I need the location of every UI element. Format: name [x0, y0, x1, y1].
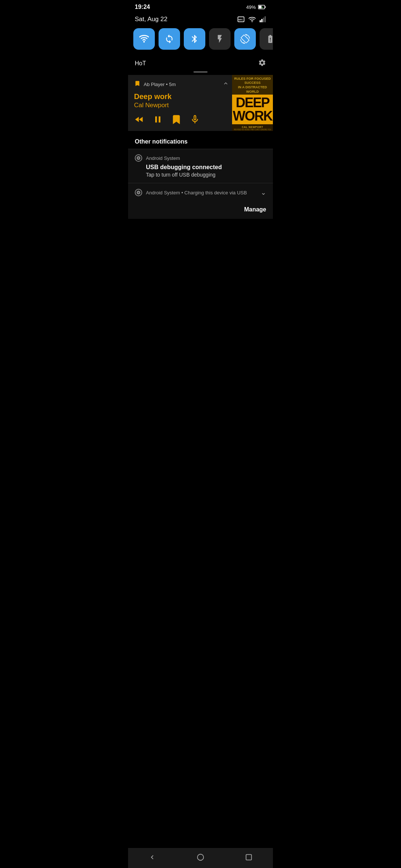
media-author: Cal Newport [134, 102, 230, 109]
svg-rect-1 [259, 6, 262, 9]
notif-usb-debugging[interactable]: Android System USB debugging connected T… [128, 149, 273, 183]
manage-button[interactable]: Manage [244, 206, 266, 213]
drag-handle [128, 71, 273, 73]
svg-rect-2 [265, 6, 266, 8]
status-icons: 49% [246, 4, 266, 10]
notif-source-label-1: Android System [146, 155, 180, 161]
other-notifications-header: Other notifications [128, 132, 273, 149]
notif-collapsed-left: Android System • Charging this device vi… [135, 189, 247, 196]
nfc-icon: NFC [237, 16, 245, 23]
battery-icon [258, 5, 266, 9]
qs-rotate[interactable] [234, 28, 256, 50]
qs-bluetooth[interactable] [184, 28, 205, 50]
notif-collapsed-source: Android System • Charging this device vi… [146, 190, 247, 195]
rewind-button[interactable] [134, 114, 144, 126]
svg-text:NFC: NFC [238, 19, 243, 21]
signal-icon [260, 16, 266, 22]
date-bar: Sat, Aug 22 NFC [128, 13, 273, 28]
qs-flashlight[interactable] [209, 28, 231, 50]
qs-wifi[interactable] [133, 28, 155, 50]
battery-text: 49% [246, 4, 256, 10]
quick-settings [128, 28, 273, 56]
svg-rect-10 [264, 16, 266, 22]
notif-source-1: Android System [135, 154, 266, 162]
expand-icon[interactable] [222, 80, 229, 88]
media-title: Deep work [134, 92, 230, 101]
status-time: 19:24 [135, 4, 150, 10]
svg-rect-7 [260, 20, 261, 22]
svg-point-11 [143, 41, 145, 42]
notif-title-1: USB debugging connected [135, 164, 266, 171]
wifi-status-icon [248, 16, 256, 22]
android-system-icon-1 [135, 154, 142, 162]
chevron-down-icon[interactable]: ⌄ [261, 188, 266, 197]
ab-player-icon [134, 80, 141, 88]
svg-rect-9 [263, 18, 264, 22]
notif-charging-collapsed[interactable]: Android System • Charging this device vi… [128, 183, 273, 202]
microphone-button[interactable] [190, 114, 200, 126]
other-notifications-title: Other notifications [135, 138, 188, 145]
svg-point-6 [252, 21, 252, 22]
svg-rect-8 [261, 19, 263, 22]
date-text: Sat, Aug 22 [135, 16, 167, 23]
pause-button[interactable] [153, 114, 163, 126]
hot-bar: HoT [128, 56, 273, 71]
android-system-icon-2 [135, 189, 142, 196]
svg-marker-3 [262, 6, 263, 9]
manage-row: Manage [128, 202, 273, 219]
hot-label: HoT [135, 60, 146, 67]
status-bar: 19:24 49% [128, 0, 273, 13]
media-player-card: Ab Player • 5m Deep work Cal Newport [128, 75, 273, 131]
qs-sync[interactable] [159, 28, 180, 50]
book-cover: RULES FOR FOCUSED SUCCESSIN A DISTRACTED… [232, 75, 273, 131]
settings-icon[interactable] [258, 59, 266, 68]
qs-battery-saver[interactable] [260, 28, 273, 50]
date-icons: NFC [237, 16, 266, 23]
bookmark-button[interactable] [171, 114, 182, 126]
notif-body-1: Tap to turn off USB debugging [135, 172, 266, 178]
media-source-text: Ab Player • 5m [144, 82, 176, 87]
